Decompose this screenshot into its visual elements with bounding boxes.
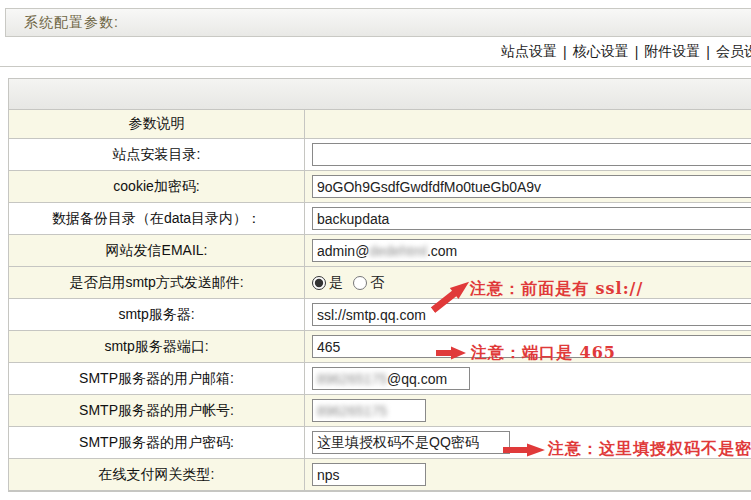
install-dir-input[interactable] [312, 143, 751, 166]
panel-top-band [9, 79, 751, 110]
tab-attachment-settings[interactable]: 附件设置 [644, 43, 700, 61]
page: 系统配置参数: 站点设置 | 核心设置 | 附件设置 | 会员设置 参数说明 站… [0, 0, 751, 500]
row-label-smtp-user-account: SMTP服务器的用户帐号: [9, 395, 305, 426]
nav-separator: | [706, 44, 710, 60]
smtp-user-account-blurred: 896265175 [317, 403, 387, 419]
page-title-bar: 系统配置参数: [5, 8, 751, 37]
email-blurred-domain: dedehtml [369, 243, 427, 259]
cookie-key-input[interactable] [312, 175, 751, 198]
smtp-server-input[interactable] [312, 303, 751, 326]
row-label-smtp-enable: 是否启用smtp方式发送邮件: [9, 267, 305, 298]
row-label-install-dir: 站点安装目录: [9, 139, 305, 170]
smtp-user-email-input[interactable]: 896265175@qq.com [312, 367, 470, 390]
smtp-enable-no-radio[interactable] [353, 276, 367, 290]
annotation-ssl-note: 注意：前面是有 ssl:// [470, 279, 643, 300]
site-email-input[interactable]: admin@dedehtml.com [312, 239, 751, 262]
table-row: cookie加密码: [9, 171, 751, 203]
row-label-cookie-key: cookie加密码: [9, 171, 305, 202]
smtp-user-password-input[interactable] [312, 431, 510, 454]
row-label-smtp-port: smtp服务器端口: [9, 331, 305, 362]
nav-separator: | [635, 44, 639, 60]
tab-member-settings[interactable]: 会员设置 [716, 43, 751, 61]
backup-dir-input[interactable] [312, 207, 751, 230]
row-label-smtp-user-email: SMTP服务器的用户邮箱: [9, 363, 305, 394]
table-row: SMTP服务器的用户邮箱: 896265175@qq.com [9, 363, 751, 395]
column-header-value [305, 110, 751, 138]
smtp-user-email-blurred: 896265175 [317, 371, 387, 387]
row-label-smtp-server: smtp服务器: [9, 299, 305, 330]
pay-gateway-type-input[interactable] [312, 463, 426, 486]
settings-tabs-bar: 站点设置 | 核心设置 | 附件设置 | 会员设置 [0, 37, 751, 67]
table-row: 网站发信EMAIL: admin@dedehtml.com [9, 235, 751, 267]
smtp-enable-no-label: 否 [370, 274, 384, 292]
table-row: 站点安装目录: [9, 139, 751, 171]
table-row: 数据备份目录（在data目录内）： [9, 203, 751, 235]
smtp-enable-no-option[interactable]: 否 [353, 274, 384, 292]
row-label-smtp-user-password: SMTP服务器的用户密码: [9, 427, 305, 458]
red-arrow-right-icon [436, 346, 466, 360]
email-suffix: .com [427, 243, 457, 259]
red-arrow-right-icon [503, 443, 545, 457]
annotation-port-note: 注意：端口是 465 [471, 343, 616, 364]
smtp-user-email-suffix: @qq.com [387, 371, 447, 387]
tab-core-settings[interactable]: 核心设置 [573, 43, 629, 61]
row-label-site-email: 网站发信EMAIL: [9, 235, 305, 266]
column-header-param-desc: 参数说明 [9, 110, 305, 138]
row-label-backup-dir: 数据备份目录（在data目录内）： [9, 203, 305, 234]
table-row: SMTP服务器的用户帐号: 896265175 [9, 395, 751, 427]
smtp-enable-yes-radio[interactable] [312, 276, 326, 290]
table-header-row: 参数说明 [9, 110, 751, 139]
table-row: 在线支付网关类型: [9, 459, 751, 491]
row-label-pay-gateway-type: 在线支付网关类型: [9, 459, 305, 490]
page-title: 系统配置参数: [24, 14, 119, 32]
tab-site-settings[interactable]: 站点设置 [501, 43, 557, 61]
table-row: smtp服务器端口: [9, 331, 751, 363]
email-prefix: admin@ [317, 243, 369, 259]
nav-separator: | [563, 44, 567, 60]
table-row: smtp服务器: [9, 299, 751, 331]
smtp-enable-yes-label: 是 [329, 274, 343, 292]
smtp-enable-yes-option[interactable]: 是 [312, 274, 343, 292]
smtp-user-account-input[interactable]: 896265175 [312, 399, 426, 422]
annotation-password-note: 注意：这里填授权码不是密码 [548, 439, 751, 460]
